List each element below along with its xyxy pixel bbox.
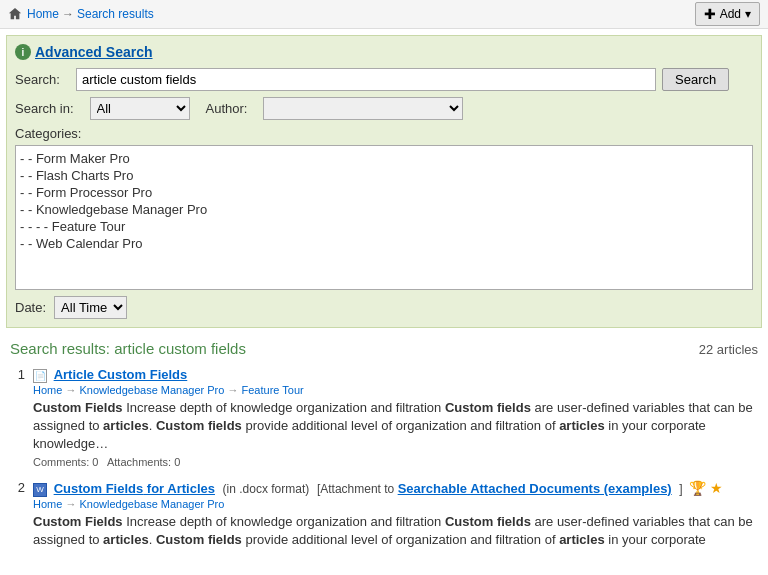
category-item[interactable]: - - Form Processor Pro — [20, 184, 748, 201]
breadcrumb-sep: → — [62, 7, 74, 21]
breadcrumb-feature-link[interactable]: Feature Tour — [242, 384, 304, 396]
result-number: 2 — [10, 480, 25, 549]
result-meta: Comments: 0 Attachments: 0 — [33, 456, 758, 468]
category-item[interactable]: - - Knowledgebase Manager Pro — [20, 201, 748, 218]
plus-icon: ✚ — [704, 6, 716, 22]
results-header: Search results: article custom fields 22… — [10, 340, 758, 357]
search-in-label: Search in: — [15, 101, 74, 116]
article-icon: 📄 — [33, 369, 47, 383]
breadcrumb-kb-link[interactable]: Knowledgebase Manager Pro — [79, 384, 224, 396]
result-item: 2 W Custom Fields for Articles (in .docx… — [10, 480, 758, 549]
result-breadcrumb: Home → Knowledgebase Manager Pro → Featu… — [33, 384, 758, 396]
author-select[interactable] — [263, 97, 463, 120]
attachment-examples-link[interactable]: Searchable Attached Documents (examples) — [398, 481, 672, 496]
chevron-down-icon: ▾ — [745, 7, 751, 21]
result-title: W Custom Fields for Articles (in .docx f… — [33, 480, 758, 497]
categories-section: Categories: - - Form Maker Pro- - Flash … — [15, 126, 753, 290]
category-item[interactable]: - - Form Maker Pro — [20, 150, 748, 167]
results-count: 22 articles — [699, 342, 758, 357]
arrow-icon-2: → — [227, 384, 241, 396]
advanced-search-link[interactable]: Advanced Search — [35, 44, 153, 60]
home-link[interactable]: Home — [27, 7, 59, 21]
top-bar: Home → Search results ✚ Add ▾ — [0, 0, 768, 29]
date-label: Date: — [15, 300, 46, 315]
star-icon: ★ — [710, 480, 723, 496]
attachment-bracket-close: ] — [679, 482, 682, 496]
advanced-search-title: i Advanced Search — [15, 44, 753, 60]
award-icon: 🏆 — [689, 480, 706, 496]
categories-list[interactable]: - - Form Maker Pro- - Flash Charts Pro- … — [15, 145, 753, 290]
breadcrumb-home-link[interactable]: Home — [33, 384, 62, 396]
search-panel: i Advanced Search Search: Search Search … — [6, 35, 762, 328]
date-select[interactable]: All Time — [54, 296, 127, 319]
author-label: Author: — [206, 101, 248, 116]
results-query: article custom fields — [114, 340, 246, 357]
arrow-icon: → — [65, 384, 79, 396]
filter-row: Search in: All Author: — [15, 97, 753, 120]
result-content: W Custom Fields for Articles (in .docx f… — [33, 480, 758, 549]
breadcrumb-kb-link[interactable]: Knowledgebase Manager Pro — [79, 498, 224, 510]
category-item[interactable]: - - Web Calendar Pro — [20, 235, 748, 252]
category-item[interactable]: - - - - Feature Tour — [20, 218, 748, 235]
search-button[interactable]: Search — [662, 68, 729, 91]
result-description: Custom Fields Increase depth of knowledg… — [33, 399, 758, 454]
add-label: Add — [720, 7, 741, 21]
result-content: 📄 Article Custom Fields Home → Knowledge… — [33, 367, 758, 468]
results-area: Search results: article custom fields 22… — [0, 334, 768, 567]
breadcrumb: Home → Search results — [8, 7, 154, 21]
result-breadcrumb: Home → Knowledgebase Manager Pro — [33, 498, 758, 510]
arrow-icon: → — [65, 498, 79, 510]
add-button[interactable]: ✚ Add ▾ — [695, 2, 760, 26]
doc-icon: W — [33, 483, 47, 497]
home-icon — [8, 7, 22, 21]
search-in-select[interactable]: All — [90, 97, 190, 120]
result-title-link[interactable]: Article Custom Fields — [54, 367, 188, 382]
search-results-link[interactable]: Search results — [77, 7, 154, 21]
breadcrumb-home-link[interactable]: Home — [33, 498, 62, 510]
info-icon: i — [15, 44, 31, 60]
result-title-link[interactable]: Custom Fields for Articles — [54, 481, 215, 496]
categories-label: Categories: — [15, 126, 753, 141]
results-prefix: Search results: — [10, 340, 110, 357]
search-input[interactable] — [76, 68, 656, 91]
result-description: Custom Fields Increase depth of knowledg… — [33, 513, 758, 549]
results-title: Search results: article custom fields — [10, 340, 246, 357]
result-item: 1 📄 Article Custom Fields Home → Knowled… — [10, 367, 758, 468]
attachment-format: (in .docx format) — [223, 482, 310, 496]
result-number: 1 — [10, 367, 25, 468]
category-item[interactable]: - - Flash Charts Pro — [20, 167, 748, 184]
date-row: Date: All Time — [15, 296, 753, 319]
attachment-bracket-open: [Attachment to — [317, 482, 398, 496]
result-title: 📄 Article Custom Fields — [33, 367, 758, 383]
search-label: Search: — [15, 72, 70, 87]
search-row: Search: Search — [15, 68, 753, 91]
